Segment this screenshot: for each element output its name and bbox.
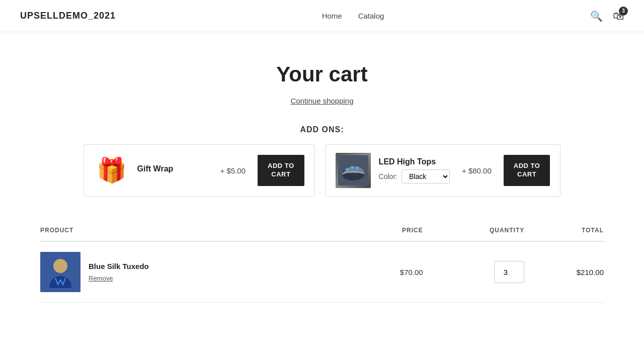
product-name: Blue Silk Tuxedo [89,262,149,270]
col-header-price: PRICE [356,222,423,241]
color-select[interactable]: Black White Blue Red [401,169,450,184]
quantity-cell [423,241,525,303]
main-content: Your cart Continue shopping ADD ONS: 🎁 G… [20,32,624,323]
led-high-tops-image [336,153,371,188]
addon-info-led-high-tops: LED High Tops Color: Black White Blue Re… [379,157,450,184]
svg-point-2 [346,168,349,171]
search-button[interactable]: 🔍 [590,10,603,22]
cart-button[interactable]: 🛍 3 [613,10,624,23]
svg-point-6 [53,259,67,273]
price-cell: $70.00 [356,241,423,303]
addon-info-gift-wrap: Gift Wrap [137,164,208,176]
product-cell: Blue Silk Tuxedo Remove [40,241,356,303]
quantity-input[interactable] [494,261,524,283]
addon-price-gift-wrap: + $5.00 [220,166,246,175]
addon-card-led-high-tops: LED High Tops Color: Black White Blue Re… [325,144,561,197]
color-label: Color: [379,172,397,180]
addon-name-gift-wrap: Gift Wrap [137,164,208,173]
product-thumbnail [40,252,80,292]
cart-table-body: Blue Silk Tuxedo Remove $70.00 $210.00 [40,241,604,303]
addons-container: 🎁 Gift Wrap + $5.00 ADD TOCART [40,144,604,197]
addon-price-led-high-tops: + $80.00 [462,166,492,175]
add-to-cart-led-high-tops[interactable]: ADD TOCART [504,155,550,186]
add-to-cart-gift-wrap[interactable]: ADD TOCART [258,155,304,186]
header: UPSELLDEMO_2021 Home Catalog 🔍 🛍 3 [0,0,644,32]
nav-home[interactable]: Home [322,12,342,20]
cart-badge: 3 [619,7,628,16]
continue-shopping-link[interactable]: Continue shopping [40,97,604,105]
addon-card-gift-wrap: 🎁 Gift Wrap + $5.00 ADD TOCART [84,144,315,197]
main-nav: Home Catalog [322,12,384,20]
table-row: Blue Silk Tuxedo Remove $70.00 $210.00 [40,241,604,303]
cart-table: PRODUCT PRICE QUANTITY TOTAL [40,222,604,303]
page-title: Your cart [40,62,604,86]
search-icon: 🔍 [590,11,603,22]
nav-catalog[interactable]: Catalog [358,12,384,20]
remove-button[interactable]: Remove [89,275,113,282]
product-details: Blue Silk Tuxedo Remove [89,262,149,283]
header-icons: 🔍 🛍 3 [590,10,624,23]
addon-name-led-high-tops: LED High Tops [379,157,450,166]
svg-point-4 [356,166,359,169]
col-header-product: PRODUCT [40,222,356,241]
gift-wrap-image: 🎁 [94,153,129,188]
col-header-total: TOTAL [524,222,604,241]
col-header-quantity: QUANTITY [423,222,525,241]
addons-label: ADD ONS: [40,125,604,134]
total-cell: $210.00 [524,241,604,303]
svg-point-3 [351,166,354,169]
addon-color-row: Color: Black White Blue Red [379,169,450,184]
addons-section: ADD ONS: 🎁 Gift Wrap + $5.00 ADD TOCART [40,125,604,197]
cart-table-header: PRODUCT PRICE QUANTITY TOTAL [40,222,604,241]
site-logo[interactable]: UPSELLDEMO_2021 [20,11,116,21]
